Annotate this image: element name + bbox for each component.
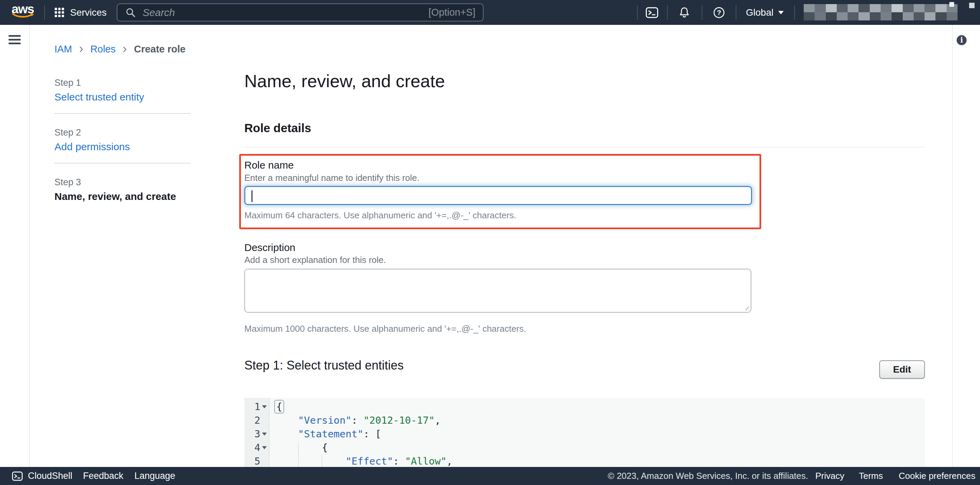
fold-caret-icon[interactable] bbox=[262, 405, 267, 408]
account-menu-redacted[interactable] bbox=[804, 4, 958, 21]
cloudshell-button[interactable] bbox=[645, 0, 659, 25]
section-divider bbox=[244, 147, 925, 147]
info-panel-button[interactable]: i bbox=[956, 35, 967, 46]
description-constraint: Maximum 1000 characters. Use alphanumeri… bbox=[244, 324, 526, 334]
help-button[interactable]: ? bbox=[713, 0, 725, 25]
topbar-divider bbox=[794, 5, 795, 20]
aws-logo[interactable]: aws bbox=[11, 3, 35, 19]
resize-handle[interactable] bbox=[743, 305, 749, 310]
role-name-help: Enter a meaningful name to identify this… bbox=[244, 173, 420, 183]
indent-guide bbox=[298, 441, 299, 467]
step-1-label: Step 1 bbox=[54, 78, 191, 88]
text-cursor bbox=[251, 190, 253, 202]
steps-divider bbox=[54, 163, 191, 163]
region-selector[interactable]: Global bbox=[746, 0, 784, 25]
aws-logo-text: aws bbox=[11, 3, 35, 15]
breadcrumb-current: Create role bbox=[134, 44, 186, 55]
footer-feedback-link[interactable]: Feedback bbox=[83, 467, 124, 485]
indent-guide bbox=[321, 455, 322, 467]
question-circle-icon: ? bbox=[713, 6, 725, 19]
svg-text:?: ? bbox=[717, 8, 721, 16]
editor-line: 2 "Version": "2012-10-17", bbox=[244, 413, 925, 427]
footer-bar: CloudShell Feedback Language © 2023, Ama… bbox=[0, 467, 980, 485]
role-name-constraint: Maximum 64 characters. Use alphanumeric … bbox=[244, 210, 516, 221]
breadcrumb-link-iam[interactable]: IAM bbox=[54, 44, 72, 55]
steps-divider bbox=[54, 113, 191, 114]
topbar-divider bbox=[702, 5, 702, 20]
chevron-right-icon bbox=[121, 46, 129, 53]
footer-language-link[interactable]: Language bbox=[134, 467, 175, 485]
right-panel-divider bbox=[952, 25, 953, 467]
role-name-input[interactable] bbox=[244, 186, 752, 205]
editor-lines: 1{2 "Version": "2012-10-17",3 "Statement… bbox=[244, 398, 925, 467]
cloudshell-label: CloudShell bbox=[28, 471, 73, 481]
sidebar-toggle-button[interactable] bbox=[8, 33, 21, 46]
terminal-icon bbox=[11, 471, 23, 482]
caret-down-icon bbox=[778, 11, 784, 14]
trusted-entities-heading: Step 1: Select trusted entities bbox=[244, 358, 404, 373]
svg-text:i: i bbox=[960, 36, 963, 44]
step-3-current: Name, review, and create bbox=[54, 191, 191, 202]
search-shortcut-hint: [Option+S] bbox=[428, 7, 476, 18]
topbar-divider bbox=[667, 5, 668, 20]
description-help: Add a short explanation for this role. bbox=[244, 255, 386, 265]
top-navigation-bar: aws Services Search [Option+S] bbox=[0, 0, 980, 25]
info-circle-icon: i bbox=[956, 35, 967, 46]
footer-cloudshell-button[interactable]: CloudShell bbox=[11, 467, 73, 485]
topbar-divider bbox=[637, 5, 638, 20]
editor-line: 3 "Statement": [ bbox=[244, 427, 925, 441]
notifications-button[interactable] bbox=[678, 0, 691, 25]
role-name-label: Role name bbox=[244, 160, 294, 171]
terminal-icon bbox=[645, 6, 659, 19]
blur-artifact bbox=[969, 3, 975, 8]
footer-privacy-link[interactable]: Privacy bbox=[815, 467, 844, 485]
region-label: Global bbox=[746, 7, 773, 18]
editor-line: 1{ bbox=[244, 400, 925, 413]
fold-caret-icon[interactable] bbox=[262, 446, 267, 449]
topbar-divider bbox=[44, 5, 45, 20]
step-1-link[interactable]: Select trusted entity bbox=[54, 91, 191, 103]
blur-artifact bbox=[950, 2, 954, 7]
breadcrumb-link-roles[interactable]: Roles bbox=[91, 44, 116, 55]
footer-cookie-link[interactable]: Cookie preferences bbox=[899, 467, 975, 485]
edit-button[interactable]: Edit bbox=[879, 361, 925, 379]
fold-caret-icon[interactable] bbox=[262, 432, 267, 436]
step-2-label: Step 2 bbox=[54, 128, 191, 138]
step-3-label: Step 3 bbox=[54, 177, 191, 188]
role-details-heading: Role details bbox=[244, 121, 311, 135]
editor-line: 4 { bbox=[244, 441, 925, 454]
search-input[interactable]: Search [Option+S] bbox=[117, 3, 484, 21]
services-grid-icon bbox=[54, 7, 65, 18]
topbar-divider bbox=[736, 5, 737, 20]
editor-line: 5 "Effect": "Allow", bbox=[244, 454, 925, 467]
footer-terms-link[interactable]: Terms bbox=[859, 467, 883, 485]
search-placeholder: Search bbox=[143, 7, 175, 18]
breadcrumb: IAM Roles Create role bbox=[54, 44, 185, 55]
chevron-right-icon bbox=[78, 46, 85, 53]
footer-copyright: © 2023, Amazon Web Services, Inc. or its… bbox=[608, 467, 808, 485]
services-menu-button[interactable]: Services bbox=[54, 0, 107, 25]
bell-icon bbox=[678, 6, 691, 19]
hamburger-icon bbox=[8, 35, 21, 37]
wizard-steps-nav: Step 1 Select trusted entity Step 2 Add … bbox=[54, 78, 191, 212]
left-panel-divider bbox=[29, 25, 30, 467]
page-title: Name, review, and create bbox=[244, 71, 445, 91]
description-label: Description bbox=[244, 242, 295, 254]
policy-editor[interactable]: 1{2 "Version": "2012-10-17",3 "Statement… bbox=[244, 398, 925, 467]
search-icon bbox=[125, 7, 137, 18]
description-textarea[interactable] bbox=[244, 269, 751, 313]
step-2-link[interactable]: Add permissions bbox=[54, 141, 191, 153]
services-label: Services bbox=[70, 7, 107, 18]
